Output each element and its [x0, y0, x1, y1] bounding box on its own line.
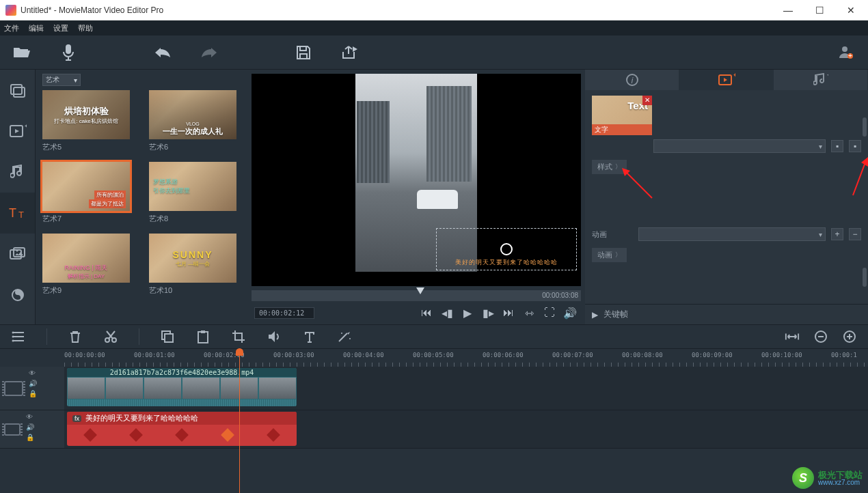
- svg-rect-30: [198, 332, 208, 343]
- frame-back-button[interactable]: ◂▮: [439, 305, 455, 321]
- rail-text-button[interactable]: TT: [0, 193, 35, 234]
- zoom-in-button[interactable]: [842, 329, 857, 344]
- ruler-tick: 00:00:03:00: [273, 352, 314, 358]
- cut-button[interactable]: [103, 329, 118, 344]
- lock-toggle-icon[interactable]: 🔒: [26, 434, 34, 441]
- prop-add-button[interactable]: ▪: [831, 140, 843, 152]
- keyframe-diamond-icon[interactable]: [129, 428, 143, 442]
- timeline-ruler[interactable]: 00:00:00:00 00:00:01:00 00:00:02:00 00:0…: [0, 349, 868, 367]
- zoom-out-button[interactable]: [813, 329, 828, 344]
- remove-effect-button[interactable]: ✕: [642, 96, 652, 105]
- rail-transitions-button[interactable]: [0, 274, 35, 315]
- scrub-playhead-icon[interactable]: [416, 287, 424, 294]
- video-clip[interactable]: 2d161a817b7a2c873f6e4820ee3e988.mp4: [67, 368, 297, 406]
- effects-button[interactable]: [338, 329, 353, 344]
- preview-canvas[interactable]: 美好的明天又要到来了哈哈哈哈哈: [252, 74, 581, 286]
- prop-label-animation: 动画: [592, 229, 633, 240]
- prop-dropdown[interactable]: ▾: [653, 139, 826, 153]
- keyframe-diamond-icon[interactable]: [83, 428, 97, 442]
- category-select[interactable]: 艺术▾: [42, 74, 81, 86]
- frame-forward-button[interactable]: ▮▸: [480, 305, 496, 321]
- playhead-handle-icon[interactable]: [236, 348, 243, 356]
- fx-badge: fx: [72, 415, 81, 422]
- rotate-handle-icon[interactable]: [500, 243, 513, 255]
- skip-end-button[interactable]: ⏭: [500, 305, 517, 321]
- keyframe-diamond-icon[interactable]: [267, 428, 280, 442]
- menu-settings[interactable]: 设置: [53, 23, 68, 33]
- volume-button[interactable]: 🔊: [562, 305, 578, 321]
- applied-text-effect[interactable]: Text ✕ ✓ 文字: [592, 96, 652, 135]
- play-button[interactable]: ▶: [459, 305, 476, 321]
- loop-button[interactable]: ⇿: [521, 305, 537, 321]
- skip-start-button[interactable]: ⏮: [418, 305, 435, 321]
- props-tab-info[interactable]: i: [585, 70, 679, 90]
- text-chip-label: 文字: [592, 124, 652, 135]
- delete-button[interactable]: [68, 329, 83, 344]
- visibility-toggle-icon[interactable]: 👁: [26, 413, 34, 421]
- crop-button[interactable]: [231, 329, 246, 344]
- prop-remove-button[interactable]: ▪: [849, 140, 861, 152]
- timeline-menu-button[interactable]: [11, 329, 26, 344]
- preview-scrubber[interactable]: 00:00:03:08: [252, 290, 581, 301]
- maximize-button[interactable]: ☐: [804, 0, 835, 20]
- account-button[interactable]: +: [837, 43, 856, 62]
- keyframe-play-button[interactable]: ▶: [592, 310, 598, 320]
- template-item[interactable]: 烘培初体验打卡地点: cake私房烘焙馆 艺术5: [42, 90, 130, 152]
- rail-media-button[interactable]: [0, 70, 35, 111]
- fullscreen-button[interactable]: ⛶: [541, 305, 558, 321]
- svg-marker-22: [861, 157, 868, 167]
- lock-toggle-icon[interactable]: 🔒: [29, 390, 37, 397]
- template-item[interactable]: SUNNY七月 —晴一会 艺术10: [149, 234, 236, 296]
- mute-toggle-icon[interactable]: 🔊: [26, 423, 34, 431]
- menu-file[interactable]: 文件: [4, 23, 19, 33]
- fit-width-button[interactable]: [785, 329, 800, 344]
- menu-edit[interactable]: 编辑: [29, 23, 44, 33]
- section-style-header[interactable]: 样式〉: [592, 160, 627, 174]
- copy-button[interactable]: [160, 329, 175, 344]
- ruler-tick: 00:00:07:00: [552, 352, 593, 358]
- timeline-playhead[interactable]: [239, 349, 240, 493]
- record-audio-button[interactable]: [59, 43, 78, 62]
- menu-help[interactable]: 帮助: [78, 23, 93, 33]
- template-item[interactable]: 所有的漂泊都是为了抵达 艺术7: [42, 162, 130, 224]
- props-scrollbar[interactable]: [863, 117, 867, 137]
- props-tab-video-fx[interactable]: ✦: [679, 70, 774, 90]
- ruler-tick: 00:00:04:00: [343, 352, 384, 358]
- animation-select[interactable]: ▾: [638, 227, 826, 241]
- minimize-button[interactable]: —: [772, 0, 804, 20]
- text-overlay-handle[interactable]: 美好的明天又要到来了哈哈哈哈哈: [436, 228, 577, 270]
- animation-remove-button[interactable]: −: [849, 228, 861, 240]
- section-animation-header[interactable]: 动画〉: [592, 248, 627, 262]
- visibility-toggle-icon[interactable]: 👁: [29, 369, 37, 377]
- track-header[interactable]: 👁 🔊 🔒: [0, 367, 64, 410]
- text-tool-button[interactable]: [302, 329, 317, 344]
- template-item[interactable]: VLOG一生一次的成人礼 艺术6: [149, 90, 236, 152]
- rail-video-effects-button[interactable]: ✦: [0, 111, 35, 152]
- props-tab-audio-fx[interactable]: ✦: [774, 70, 868, 90]
- audio-button[interactable]: [267, 329, 282, 344]
- svg-text:i: i: [631, 75, 634, 85]
- template-item[interactable]: 罗想系游引你去到那里 艺术8: [149, 162, 236, 224]
- save-button[interactable]: [294, 43, 313, 62]
- video-track: 👁 🔊 🔒 2d161a817b7a2c873f6e4820ee3e988.mp…: [0, 367, 868, 410]
- open-folder-button[interactable]: [12, 43, 31, 62]
- keyframe-diamond-icon[interactable]: [175, 428, 189, 442]
- rail-audio-button[interactable]: [0, 152, 35, 193]
- redo-button[interactable]: [200, 43, 219, 62]
- svg-point-33: [341, 333, 342, 334]
- animation-add-button[interactable]: +: [831, 228, 843, 240]
- template-item[interactable]: RAINING | 雨天解析指示 | DAY 艺术9: [42, 234, 130, 296]
- mute-toggle-icon[interactable]: 🔊: [29, 380, 37, 387]
- text-clip-content: 美好的明天又要到来了哈哈哈哈哈: [85, 413, 198, 423]
- rail-image-button[interactable]: [0, 234, 35, 274]
- close-button[interactable]: ✕: [835, 0, 867, 20]
- text-clip[interactable]: fx 美好的明天又要到来了哈哈哈哈哈: [67, 412, 297, 446]
- keyframe-diamond-icon[interactable]: [221, 428, 234, 442]
- export-button[interactable]: [340, 43, 360, 62]
- current-time-input[interactable]: [254, 307, 314, 319]
- ruler-tick: 00:00:01:00: [134, 352, 175, 358]
- props-scrollbar[interactable]: [863, 268, 867, 287]
- undo-button[interactable]: [153, 43, 172, 62]
- paste-button[interactable]: [195, 329, 211, 344]
- track-header[interactable]: 👁 🔊 🔒: [0, 410, 64, 448]
